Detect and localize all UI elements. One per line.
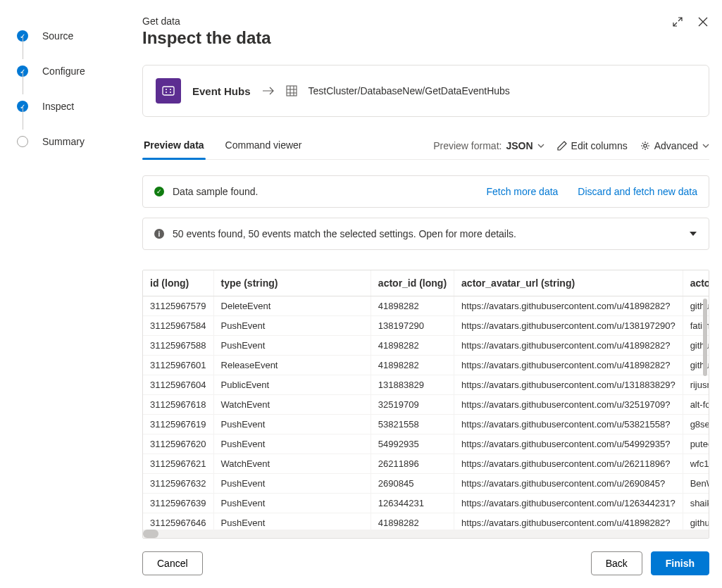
cell: 53821558: [371, 415, 454, 434]
preview-format-label: Preview format:: [433, 140, 502, 151]
step-label: Summary: [42, 136, 85, 147]
svg-point-2: [644, 144, 647, 147]
step-source[interactable]: Source: [17, 18, 118, 54]
close-icon[interactable]: [697, 15, 709, 28]
cell: 31125967632: [143, 474, 213, 494]
cell: 31125967618: [143, 395, 213, 415]
step-inspect[interactable]: Inspect: [17, 89, 118, 124]
cell: 26211896: [371, 454, 454, 474]
cell: https://avatars.githubusercontent.com/u/…: [454, 494, 683, 513]
advanced-menu[interactable]: Advanced: [640, 140, 709, 151]
destination-path: TestCluster/DatabaseNew/GetDataEventHubs: [309, 85, 510, 96]
cell: 31125967620: [143, 434, 213, 454]
cell: https://avatars.githubusercontent.com/u/…: [454, 296, 683, 316]
cell: g8seberry: [683, 415, 709, 434]
table-row[interactable]: 31125967620PushEvent54992935https://avat…: [143, 434, 709, 454]
svg-rect-0: [163, 87, 174, 95]
table-row[interactable]: 31125967618WatchEvent32519709https://ava…: [143, 395, 709, 415]
events-found-expander[interactable]: i 50 events found, 50 events match the s…: [142, 218, 709, 250]
cell: 31125967639: [143, 494, 213, 513]
table-row[interactable]: 31125967632PushEvent2690845https://avata…: [143, 474, 709, 494]
source-name: Event Hubs: [192, 85, 251, 97]
cell: https://avatars.githubusercontent.com/u/…: [454, 336, 683, 356]
cell: https://avatars.githubusercontent.com/u/…: [454, 356, 683, 375]
cell: PublicEvent: [213, 375, 371, 395]
col-type[interactable]: type (string): [213, 270, 371, 296]
table-row[interactable]: 31125967604PublicEvent131883829https://a…: [143, 375, 709, 395]
table-row[interactable]: 31125967619PushEvent53821558https://avat…: [143, 415, 709, 434]
arrow-right-icon: [262, 86, 275, 96]
cell: https://avatars.githubusercontent.com/u/…: [454, 474, 683, 494]
table-row[interactable]: 31125967579DeleteEvent41898282https://av…: [143, 296, 709, 316]
chevron-down-icon: [702, 142, 709, 149]
step-summary[interactable]: Summary: [17, 124, 118, 159]
event-hubs-icon: [156, 78, 181, 104]
cell: PushEvent: [213, 434, 371, 454]
edit-columns-button[interactable]: Edit columns: [557, 140, 628, 151]
cell: WatchEvent: [213, 454, 371, 474]
table-scroll[interactable]: id (long) type (string) actor_id (long) …: [143, 270, 709, 530]
step-configure[interactable]: Configure: [17, 54, 118, 89]
info-icon: i: [154, 229, 164, 239]
cell: 31125967621: [143, 454, 213, 474]
cell: github-act: [683, 513, 709, 530]
cell: WatchEvent: [213, 395, 371, 415]
cell: 31125967584: [143, 316, 213, 336]
table-row[interactable]: 31125967639PushEvent126344231https://ava…: [143, 494, 709, 513]
data-sample-alert: Data sample found. Fetch more data Disca…: [142, 175, 709, 208]
discard-link[interactable]: Discard and fetch new data: [578, 186, 697, 197]
cell: https://avatars.githubusercontent.com/u/…: [454, 434, 683, 454]
table-row[interactable]: 31125967646PushEvent41898282https://avat…: [143, 513, 709, 530]
expand-icon[interactable]: [671, 15, 684, 28]
table-row[interactable]: 31125967588PushEvent41898282https://avat…: [143, 336, 709, 356]
cell: 54992935: [371, 434, 454, 454]
col-actor-login[interactable]: actor_login: [683, 270, 709, 296]
table-row[interactable]: 31125967621WatchEvent26211896https://ava…: [143, 454, 709, 474]
table-header-row: id (long) type (string) actor_id (long) …: [143, 270, 709, 296]
horizontal-scrollbar[interactable]: [143, 530, 709, 538]
table-row[interactable]: 31125967584PushEvent138197290https://ava…: [143, 316, 709, 336]
col-actor-id[interactable]: actor_id (long): [371, 270, 454, 296]
preview-format-select[interactable]: Preview format: JSON: [433, 140, 544, 151]
success-icon: [154, 187, 164, 196]
cancel-button[interactable]: Cancel: [142, 551, 203, 575]
step-label: Configure: [42, 65, 85, 77]
cell: 31125967646: [143, 513, 213, 530]
chevron-down-icon: [689, 230, 697, 238]
chevron-down-icon: [537, 142, 544, 149]
source-card: Event Hubs TestCluster/DatabaseNew/GetDa…: [142, 65, 709, 117]
events-found-text: 50 events found, 50 events match the sel…: [173, 228, 516, 239]
cell: DeleteEvent: [213, 296, 371, 316]
fetch-more-link[interactable]: Fetch more data: [486, 186, 558, 197]
preview-format-value: JSON: [506, 140, 533, 151]
cell: alt-fox: [683, 395, 709, 415]
col-id[interactable]: id (long): [143, 270, 213, 296]
gear-icon: [640, 141, 650, 151]
cell: PushEvent: [213, 513, 371, 530]
cell: https://avatars.githubusercontent.com/u/…: [454, 513, 683, 530]
cell: 2690845: [371, 474, 454, 494]
cell: PushEvent: [213, 336, 371, 356]
page-supertitle: Get data: [142, 15, 271, 27]
tab-command-viewer[interactable]: Command viewer: [224, 132, 304, 159]
main-panel: Get data Inspect the data Event Hubs: [127, 0, 722, 588]
cell: 31125967604: [143, 375, 213, 395]
cell: https://avatars.githubusercontent.com/u/…: [454, 454, 683, 474]
cell: puteeva-a: [683, 434, 709, 454]
tab-preview-data[interactable]: Preview data: [142, 132, 206, 159]
pencil-icon: [557, 141, 567, 151]
vertical-scrollbar[interactable]: [703, 299, 707, 376]
cell: 138197290: [371, 316, 454, 336]
dialog-footer: Cancel Back Finish: [142, 551, 709, 575]
cell: 31125967588: [143, 336, 213, 356]
cell: PushEvent: [213, 494, 371, 513]
back-button[interactable]: Back: [591, 551, 642, 575]
cell: 41898282: [371, 356, 454, 375]
finish-button[interactable]: Finish: [651, 551, 709, 575]
table-row[interactable]: 31125967601ReleaseEvent41898282https://a…: [143, 356, 709, 375]
step-pending-icon: [17, 136, 28, 147]
cell: 126344231: [371, 494, 454, 513]
cell: shaiktahse: [683, 494, 709, 513]
col-avatar-url[interactable]: actor_avatar_url (string): [454, 270, 683, 296]
cell: PushEvent: [213, 316, 371, 336]
